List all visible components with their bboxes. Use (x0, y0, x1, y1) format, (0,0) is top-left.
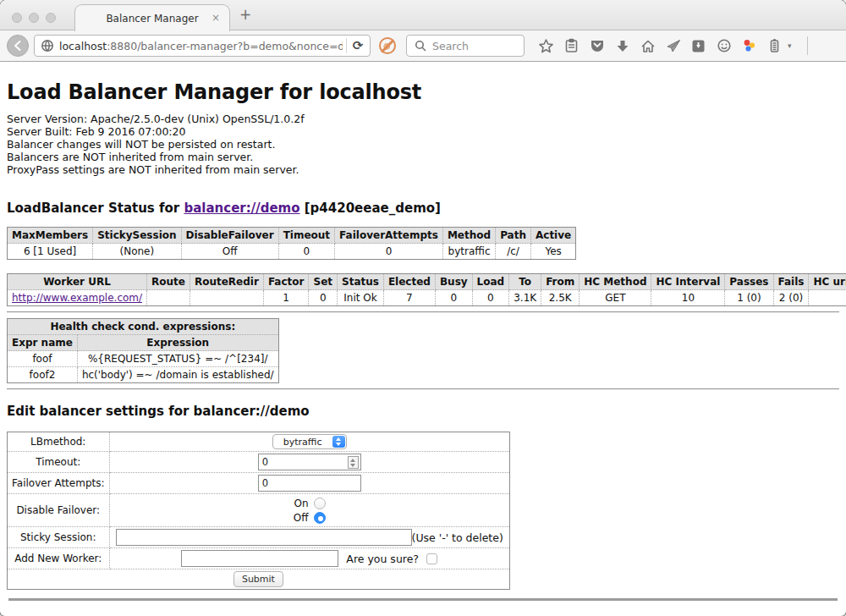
battery-icon[interactable] (766, 38, 783, 54)
worker-status-table: Worker URL Route RouteRedir Factor Set S… (7, 273, 846, 306)
sticky-session-label: Sticky Session: (8, 527, 110, 548)
lbmethod-select[interactable]: bytraffic (272, 434, 347, 449)
col-expr-name: Expr name (8, 335, 78, 351)
table-row: 6 [1 Used] (None) Off 0 0 bytraffic /c/ … (8, 244, 576, 260)
block-icon[interactable] (379, 37, 396, 54)
select-stepper-icon (332, 436, 345, 448)
divider (7, 311, 839, 313)
status-heading: LoadBalancer Status for balancer://demo … (7, 201, 839, 216)
status-heading-suffix: [p4420eeae_demo] (300, 201, 441, 216)
save-box-icon[interactable] (690, 38, 706, 54)
table-row: foof2 hc('body') =~ /domain is establish… (8, 367, 279, 383)
bookmark-star-icon[interactable] (538, 38, 554, 54)
form-row-failover-attempts: Failover Attempts: (8, 473, 510, 494)
status-heading-prefix: LoadBalancer Status for (7, 201, 184, 216)
timeout-input[interactable] (258, 454, 361, 470)
home-icon[interactable] (640, 38, 656, 54)
col-path: Path (496, 228, 531, 244)
lbmethod-selected-value: bytraffic (283, 437, 322, 448)
globe-icon (39, 38, 55, 54)
disable-failover-radios: On Off (294, 496, 326, 525)
chat-smiley-icon[interactable] (716, 38, 732, 54)
search-bar[interactable] (406, 35, 525, 57)
submit-button[interactable]: Submit (233, 571, 283, 587)
col-failoverattempts: FailoverAttempts (335, 228, 443, 244)
urlbar-divider (346, 38, 347, 53)
col-timeout: Timeout (278, 228, 334, 244)
send-icon[interactable] (665, 38, 681, 54)
col-active: Active (530, 228, 575, 244)
radio-on[interactable] (314, 498, 326, 509)
col-expression: Expression (77, 335, 278, 351)
timeout-label: Timeout: (8, 452, 110, 473)
sticky-session-note: (Use '-' to delete) (412, 531, 503, 544)
worker-url-link[interactable]: http://www.example.com/ (12, 292, 142, 304)
menu-icon[interactable] (823, 38, 838, 54)
add-worker-input[interactable] (181, 550, 338, 567)
col-worker-url: Worker URL (8, 274, 147, 290)
navigation-toolbar: localhost:8880/balancer-manager?b=demo&n… (0, 30, 846, 62)
radio-off[interactable] (314, 512, 326, 524)
health-check-table: Health check cond. expressions: Expr nam… (7, 318, 279, 383)
radio-on-label: On (294, 498, 308, 509)
url-bar[interactable]: localhost:8880/balancer-manager?b=demo&n… (34, 35, 371, 57)
table-header-row: Worker URL Route RouteRedir Factor Set S… (8, 274, 846, 290)
sticky-session-input[interactable] (116, 529, 412, 546)
inherit-notice-line: Balancers are NOT inherited from main se… (7, 151, 839, 163)
health-table-title: Health check cond. expressions: (8, 319, 279, 335)
are-you-sure-checkbox[interactable] (426, 553, 437, 564)
search-icon (412, 38, 428, 54)
edit-balancer-form: LBmethod: bytraffic Timeout: (7, 432, 510, 590)
zoom-window-button[interactable] (46, 13, 56, 23)
failover-attempts-label: Failover Attempts: (8, 473, 110, 494)
col-method: Method (442, 228, 495, 244)
balancer-link[interactable]: balancer://demo (184, 201, 299, 216)
form-row-sticky-session: Sticky Session: (Use '-' to delete) (8, 527, 510, 548)
browser-tab[interactable]: Balancer Manager × (74, 4, 230, 31)
table-row: http://www.example.com/ 1 0 Init Ok 7 0 … (8, 290, 846, 306)
toolbar-icons: ▾ (538, 36, 846, 55)
url-text: localhost:8880/balancer-manager?b=demo&n… (59, 40, 343, 52)
are-you-sure-label: Are you sure? (346, 553, 419, 565)
pocket-icon[interactable] (589, 38, 605, 54)
persist-notice-line: Balancer changes will NOT be persisted o… (7, 138, 839, 151)
traffic-lights (12, 13, 56, 23)
table-header-row: Expr name Expression (8, 335, 279, 351)
col-stickysession: StickySession (93, 228, 181, 244)
add-worker-label: Add New Worker: (8, 548, 110, 569)
tab-close-icon[interactable]: × (212, 12, 220, 24)
toolbar-divider (807, 36, 808, 55)
edit-settings-heading: Edit balancer settings for balancer://de… (7, 404, 839, 419)
form-row-submit: Submit (8, 569, 510, 590)
number-spinner-icon[interactable] (348, 456, 359, 469)
colored-dots-icon[interactable] (741, 38, 757, 54)
server-version-line: Server Version: Apache/2.5.0-dev (Unix) … (7, 113, 839, 125)
failover-attempts-input[interactable] (258, 475, 361, 492)
reading-list-icon[interactable] (563, 38, 580, 54)
table-title-row: Health check cond. expressions: (8, 319, 279, 335)
back-button[interactable] (7, 35, 29, 57)
close-window-button[interactable] (12, 13, 22, 23)
server-built-line: Server Built: Feb 9 2016 07:00:20 (7, 125, 839, 138)
bottom-divider (8, 598, 838, 601)
form-row-disable-failover: Disable Failover: On Off (8, 494, 510, 527)
dropdown-caret-icon[interactable]: ▾ (788, 41, 792, 50)
browser-window: Balancer Manager × + localhost:8880/bala… (0, 0, 846, 616)
col-maxmembers: MaxMembers (8, 228, 93, 244)
form-row-lbmethod: LBmethod: bytraffic (8, 432, 510, 452)
col-disablefailover: DisableFailover (181, 228, 278, 244)
reload-icon[interactable]: ⟳ (350, 38, 365, 53)
form-row-timeout: Timeout: (8, 452, 510, 473)
balancer-status-table: MaxMembers StickySession DisableFailover… (7, 227, 576, 260)
divider (7, 388, 839, 390)
minimize-window-button[interactable] (29, 13, 39, 23)
lbmethod-label: LBmethod: (8, 432, 110, 452)
search-input[interactable] (432, 40, 519, 52)
page-title: Load Balancer Manager for localhost (7, 80, 839, 104)
downloads-icon[interactable] (614, 38, 630, 54)
table-header-row: MaxMembers StickySession DisableFailover… (8, 228, 576, 244)
proxypass-notice-line: ProxyPass settings are NOT inherited fro… (7, 163, 839, 176)
new-tab-button[interactable]: + (237, 6, 254, 23)
server-info: Server Version: Apache/2.5.0-dev (Unix) … (7, 113, 839, 176)
tab-bar: Balancer Manager × + (0, 0, 846, 30)
